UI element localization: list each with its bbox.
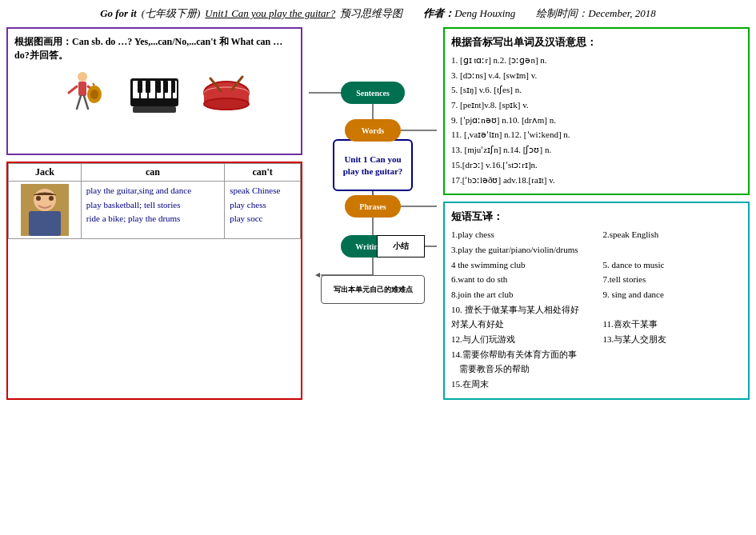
person-cell [9, 182, 82, 239]
phrase-item-2-col2: 5. dance to music [603, 258, 742, 273]
phrase-row-6: 对某人有好处 11.喜欢干某事 [451, 317, 742, 332]
guitar-player-icon [54, 70, 110, 118]
phrase-item-6-col2: 11.喜欢干某事 [603, 317, 742, 332]
phrase-item-4-col1: 8.join the art club [451, 287, 590, 302]
svg-point-7 [90, 90, 98, 99]
content-area: 根据图画用：Can sb. do …? Yes,...can/No,...can… [6, 27, 750, 400]
svg-point-0 [78, 72, 87, 82]
cant-item-1: speak Chinese [230, 184, 295, 198]
phrases-node[interactable]: Phrases [345, 195, 401, 218]
can-item-3: ride a bike; play the drums [86, 212, 219, 226]
sentences-label: Sentences [356, 89, 390, 98]
phonetic-item-5: 11. [ˌvaɪəˈlɪn] n.12. [ˈwiːkend] n. [451, 127, 742, 142]
phrase-row-10: 15.在周末 [451, 377, 742, 392]
left-column: 根据图画用：Can sb. do …? Yes,...can/No,...can… [6, 27, 302, 400]
phrase-item-6-col1: 对某人有好处 [451, 317, 590, 332]
header-author-label: 作者：Deng Houxing [423, 6, 515, 21]
svg-rect-16 [138, 81, 142, 93]
mind-map-area: Unit 1 Can you play the guitar? Sentence… [309, 27, 437, 331]
header-grade: (七年级下册) [142, 6, 201, 21]
green-box-title: 根据音标写出单词及汉语意思： [451, 35, 742, 50]
phrase-item-10-col1: 15.在周末 [451, 379, 489, 389]
center-node-line1: Unit 1 Can you [343, 154, 403, 165]
svg-point-25 [204, 98, 249, 110]
phonetic-item-2: 5. [sɪŋ] v.6. [tʃes] n. [451, 82, 742, 98]
phrase-row-2: 4 the swimming club 5. dance to music [451, 258, 742, 273]
table-header-can: can [81, 164, 224, 182]
can-item-2: play basketball; tell stories [86, 198, 219, 213]
svg-point-32 [49, 196, 54, 201]
header-map-label: 预习思维导图 [340, 6, 402, 21]
header-title-main: Go for it [100, 7, 137, 20]
svg-line-2 [69, 86, 77, 93]
middle-column: Unit 1 Can you play the guitar? Sentence… [309, 27, 437, 400]
writing-note: 写出本单元自己的难难点 [321, 275, 425, 304]
skills-table: Jack can can't [8, 163, 301, 239]
phrase-row-9: 需要教音乐的帮助 [451, 361, 742, 377]
phrase-row-1: 3.play the guitar/piano/violin/drums [451, 242, 742, 258]
phrase-item-8-col1: 14.需要你帮助有关体育方面的事 [451, 349, 577, 359]
phrase-list: 1.play chess 2.speak English 3.play the … [451, 227, 742, 392]
header-author-name: Deng Houxing [454, 7, 515, 19]
words-node[interactable]: Words [345, 119, 401, 142]
right-column: 根据音标写出单词及汉语意思： 1. [ɡɪ tɑːr] n.2. [ɔːɡən]… [443, 27, 750, 400]
header-date-val: December, 2018 [588, 7, 655, 19]
person-photo [21, 184, 69, 236]
table-row: play the guitar,sing and dance play bask… [9, 182, 301, 239]
svg-rect-19 [164, 81, 168, 93]
phrase-item-0-col1: 1.play chess [451, 227, 590, 242]
header: Go for it (七年级下册) Unit1 Can you play the… [6, 6, 750, 21]
phrase-item-4-col2: 9. sing and dance [603, 287, 742, 302]
phrase-row-5: 10. 擅长于做某事与某人相处得好 [451, 302, 742, 317]
purple-box-title: 根据图画用：Can sb. do …? Yes,...can/No,...can… [14, 35, 294, 62]
phrase-item-3-col1: 6.want to do sth [451, 272, 590, 287]
purple-box: 根据图画用：Can sb. do …? Yes,...can/No,...can… [6, 27, 302, 155]
page: Go for it (七年级下册) Unit1 Can you play the… [0, 0, 756, 535]
piano-icon [126, 70, 182, 118]
svg-point-31 [36, 196, 41, 201]
phonetic-item-4: 9. [ˈpjɑːnəʊ] n.10. [drʌm] n. [451, 113, 742, 128]
writing-note-text: 写出本单元自己的难难点 [334, 285, 413, 295]
phrase-item-1-col1: 3.play the guitar/piano/violin/drums [451, 245, 578, 254]
can-column: play the guitar,sing and dance play bask… [81, 182, 224, 239]
phrase-item-9-col1: 需要教音乐的帮助 [451, 364, 530, 373]
cant-column: speak Chinese play chess play socc [225, 182, 301, 239]
svg-rect-30 [29, 211, 61, 236]
phrase-item-3-col2: 7.tell stories [603, 272, 742, 287]
phonetic-item-8: 17.[ˈbɔːləðʊ] adv.18.[raɪt] v. [451, 173, 742, 188]
svg-line-5 [84, 96, 88, 109]
phonetic-list: 1. [ɡɪ tɑːr] n.2. [ɔːɡən] n. 3. [dɔːns] … [451, 53, 742, 187]
phrase-row-3: 6.want to do sth 7.tell stories [451, 272, 742, 287]
phrase-item-7-col2: 13.与某人交朋友 [603, 332, 742, 347]
svg-rect-21 [133, 106, 176, 113]
phrase-row-4: 8.join the art club 9. sing and dance [451, 287, 742, 302]
phrase-row-0: 1.play chess 2.speak English [451, 227, 742, 242]
phonetic-item-1: 3. [dɔːns] v.4. [swɪm] v. [451, 68, 742, 83]
phonetic-item-6: 13. [mjuˈzɪʃn] n.14. [ʃɔʊ] n. [451, 142, 742, 158]
can-item-1: play the guitar,sing and dance [86, 184, 219, 198]
phonetic-item-0: 1. [ɡɪ tɑːr] n.2. [ɔːɡən] n. [451, 53, 742, 68]
header-unit-link[interactable]: Unit1 Can you play the guitar? [205, 7, 335, 20]
center-node: Unit 1 Can you play the guitar? [333, 139, 413, 191]
svg-rect-17 [146, 81, 150, 93]
table-header-jack: Jack [9, 164, 82, 182]
svg-marker-41 [315, 273, 320, 277]
phrases-label: Phrases [359, 202, 386, 211]
person-avatar [21, 184, 69, 236]
phrase-row-7: 12.与人们玩游戏 13.与某人交朋友 [451, 332, 742, 347]
phonetic-item-3: 7. [peɪnt]v.8. [spɪk] v. [451, 98, 742, 113]
phrase-item-0-col2: 2.speak English [603, 227, 742, 242]
summary-label: 小结 [393, 241, 409, 252]
header-date: 绘制时间：December, 2018 [536, 6, 655, 21]
cant-item-2: play chess [230, 198, 295, 213]
phrase-item-2-col1: 4 the swimming club [451, 258, 590, 273]
summary-node[interactable]: 小结 [377, 235, 425, 258]
drum-icon [198, 70, 254, 118]
sentences-node[interactable]: Sentences [341, 82, 405, 104]
table-header-cant: can't [225, 164, 301, 182]
phrase-item-5-col1: 10. 擅长于做某事与某人相处得好 [451, 305, 579, 314]
green-box: 根据音标写出单词及汉语意思： 1. [ɡɪ tɑːr] n.2. [ɔːɡən]… [443, 27, 750, 195]
phrase-row-8: 14.需要你帮助有关体育方面的事 [451, 347, 742, 362]
svg-rect-1 [78, 82, 86, 96]
words-label: Words [362, 126, 384, 135]
